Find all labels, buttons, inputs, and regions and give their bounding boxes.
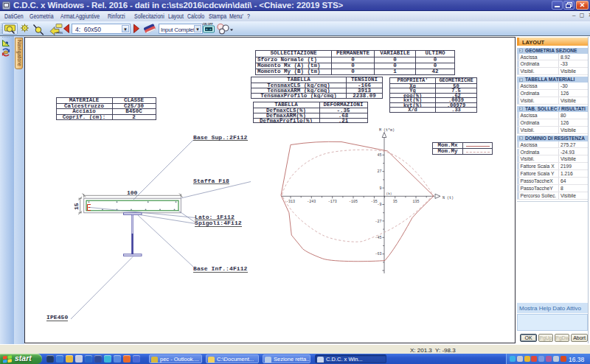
svg-text:M (t*m): M (t*m) [379, 128, 395, 133]
svg-text:-35: -35 [371, 200, 378, 204]
svg-text:-45: -45 [375, 236, 381, 240]
svg-text:-313: -313 [286, 200, 295, 204]
svg-text:-105: -105 [349, 200, 358, 204]
svg-text:27: 27 [377, 169, 381, 174]
svg-text:135: 135 [412, 200, 419, 204]
svg-text:9: 9 [379, 186, 381, 191]
svg-text:-9: -9 [377, 203, 381, 207]
svg-text:N (t): N (t) [442, 196, 454, 200]
svg-text:(b): (b) [386, 192, 392, 195]
svg-text:100: 100 [127, 189, 138, 196]
svg-text:45: 45 [377, 153, 381, 158]
svg-text:-173: -173 [328, 200, 337, 204]
svg-text:35: 35 [393, 200, 398, 204]
svg-text:-63: -63 [375, 252, 381, 256]
svg-text:-27: -27 [375, 220, 381, 224]
svg-text:PRN: PRN [57, 31, 63, 35]
svg-text:15: 15 [73, 203, 80, 210]
svg-text:-243: -243 [307, 200, 316, 204]
svg-text:8.8: 8.8 [206, 27, 212, 31]
svg-text:ON OFF: ON OFF [203, 23, 213, 26]
